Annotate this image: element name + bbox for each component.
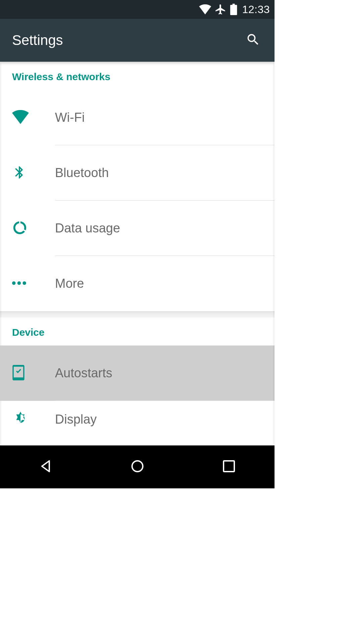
app-bar: Settings [0,19,275,62]
settings-item-label: Wi-Fi [55,110,85,125]
home-button[interactable] [111,453,164,480]
bluetooth-icon [12,164,27,182]
settings-item-label: Display [55,412,97,427]
svg-point-1 [17,281,21,285]
recents-icon [222,459,236,475]
wifi-icon [199,4,211,14]
settings-item-label: Bluetooth [55,166,109,180]
back-icon [38,458,54,476]
settings-list[interactable]: Wireless & networks Wi-Fi Bluetooth Data… [0,62,275,445]
section-divider [0,311,275,317]
svg-point-3 [132,461,143,472]
search-icon [246,32,260,48]
settings-item-label: More [55,276,84,291]
settings-item-autostarts[interactable]: Autostarts [0,345,275,401]
data-usage-icon [12,220,27,237]
svg-point-2 [23,281,26,285]
settings-screen: 12:33 Settings Wireless & networks Wi-Fi… [0,0,275,488]
settings-item-data-usage[interactable]: Data usage [0,201,275,256]
settings-item-more[interactable]: More [0,256,275,311]
settings-item-label: Autostarts [55,366,112,380]
status-time: 12:33 [242,3,270,16]
more-icon [12,281,26,287]
status-bar: 12:33 [0,0,275,19]
svg-rect-4 [224,461,234,472]
airplane-icon [215,3,227,15]
page-title: Settings [12,32,63,48]
back-button[interactable] [19,453,73,480]
recents-button[interactable] [202,453,256,480]
search-button[interactable] [244,31,262,50]
settings-item-wifi[interactable]: Wi-Fi [0,90,275,145]
settings-item-bluetooth[interactable]: Bluetooth [0,145,275,201]
navigation-bar [0,445,275,488]
settings-item-display[interactable]: Display [0,401,275,438]
section-header-device: Device [0,317,275,345]
wifi-icon [12,110,29,125]
section-header-wireless: Wireless & networks [0,62,275,90]
settings-item-label: Data usage [55,221,120,235]
home-icon [129,458,145,476]
battery-icon [230,4,237,15]
svg-point-0 [12,281,16,285]
display-icon [12,410,29,428]
autostarts-icon [12,365,25,382]
